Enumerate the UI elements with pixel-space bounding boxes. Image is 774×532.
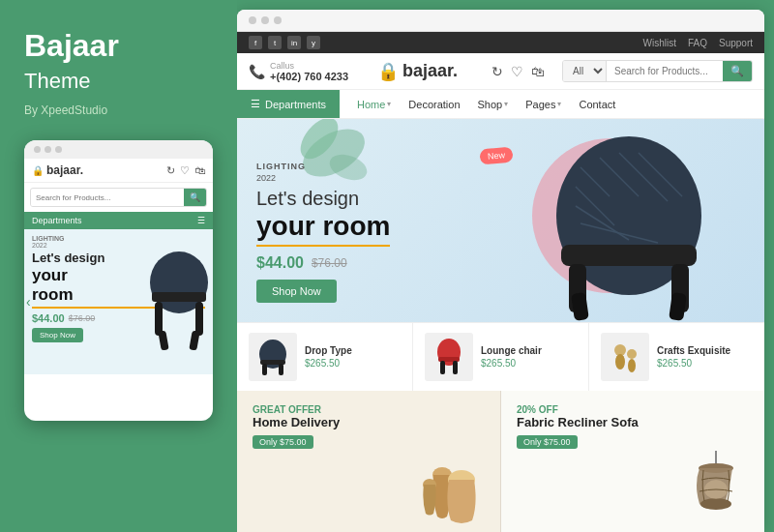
product-card-2-info: Lounge chair $265.50 <box>481 345 542 369</box>
svg-rect-14 <box>669 292 687 321</box>
svg-rect-25 <box>262 364 267 375</box>
mobile-chair-image <box>140 239 213 355</box>
logo-text: bajaar. <box>402 61 458 81</box>
hamburger-icon: ☰ <box>251 98 260 110</box>
svg-rect-2 <box>155 302 163 336</box>
hero-tag: LIGHTING 2022 <box>256 156 390 183</box>
nav-shop[interactable]: Shop ▾ <box>470 91 517 118</box>
search-category-select[interactable]: All <box>563 61 607 81</box>
mobile-hero: LIGHTING 2022 Let's design your room $44… <box>24 229 213 374</box>
bottom-banners: Great Offer Home Delivery Only $75.00 <box>237 391 764 532</box>
banner-home-delivery[interactable]: Great Offer Home Delivery Only $75.00 <box>237 391 501 532</box>
product-1-name: Drop Type <box>305 345 352 356</box>
svg-rect-32 <box>601 333 649 381</box>
banner-2-offer: 20% off <box>517 404 639 415</box>
left-panel: Bajaar Theme By XpeedStudio 🔒 bajaar. ↻ … <box>0 0 237 532</box>
svg-rect-10 <box>561 245 697 266</box>
product-2-name: Lounge chair <box>481 345 542 356</box>
hero-price: $44.00 <box>256 254 304 272</box>
nav-links: Home ▾ Decoration Shop ▾ Pages ▾ Contact <box>340 91 764 118</box>
banner-2-text: 20% off Fabric Recliner Sofa Only $75.00 <box>517 404 639 449</box>
by-line: By XpeedStudio <box>24 103 213 117</box>
support-link[interactable]: Support <box>719 38 753 48</box>
refresh-button[interactable]: ↻ <box>491 64 503 79</box>
phone-label: Callus <box>270 61 348 71</box>
mobile-refresh-icon: ↻ <box>166 164 175 177</box>
svg-rect-5 <box>189 331 199 351</box>
hero-title-strong: your room <box>256 210 390 247</box>
hero-content: LIGHTING 2022 Let's design your room $44… <box>237 136 409 322</box>
wishlist-button[interactable]: ♡ <box>511 64 523 79</box>
svg-rect-1 <box>152 292 206 302</box>
phone-number: +(402) 760 4233 <box>270 71 348 82</box>
nav-shop-arrow: ▾ <box>504 100 508 108</box>
product-3-name: Crafts Exquisite <box>657 345 730 356</box>
svg-point-36 <box>628 359 636 372</box>
browser-dot-1 <box>249 16 256 24</box>
facebook-icon[interactable]: f <box>249 36 262 49</box>
mobile-header-icons: ↻ ♡ 🛍 <box>166 164 205 177</box>
departments-button[interactable]: ☰ Departments <box>237 90 340 118</box>
new-badge: New <box>479 147 513 165</box>
banner-1-text: Great Offer Home Delivery Only $75.00 <box>253 404 340 449</box>
faq-link[interactable]: FAQ <box>688 38 707 48</box>
lock-icon: 🔒 <box>377 61 399 82</box>
browser-dot-3 <box>274 16 282 24</box>
hero-title: Let's design your room <box>256 187 390 247</box>
social-links: f t in y <box>249 36 320 49</box>
site-nav: ☰ Departments Home ▾ Decoration Shop ▾ P… <box>237 90 764 119</box>
nav-contact[interactable]: Contact <box>571 91 623 118</box>
product-card-1[interactable]: Drop Type $265.50 <box>237 323 413 391</box>
mobile-departments-bar[interactable]: Departments ☰ <box>24 212 213 229</box>
mobile-header: 🔒 bajaar. ↻ ♡ 🛍 <box>24 159 213 183</box>
cart-button[interactable]: 🛍 <box>531 64 545 79</box>
svg-point-35 <box>627 349 637 359</box>
search-button[interactable]: 🔍 <box>723 61 752 81</box>
mobile-cart-icon: 🛍 <box>194 164 205 177</box>
product-cards: Drop Type $265.50 Lounge chair $265.50 <box>237 322 764 391</box>
banner-recliner-sofa[interactable]: 20% off Fabric Recliner Sofa Only $75.00 <box>501 391 764 532</box>
mobile-shop-button[interactable]: Shop Now <box>32 328 83 342</box>
banner-1-tag[interactable]: Only $75.00 <box>253 435 313 449</box>
product-card-1-info: Drop Type $265.50 <box>305 345 352 369</box>
vase-image <box>408 451 495 532</box>
browser-chrome <box>237 10 764 32</box>
mobile-chevron-left-icon[interactable]: ‹ <box>26 294 31 310</box>
mobile-old-price: $76.00 <box>69 313 96 323</box>
hero-shop-button[interactable]: Shop Now <box>256 280 337 303</box>
search-input[interactable] <box>607 61 723 81</box>
nav-pages[interactable]: Pages ▾ <box>518 91 569 118</box>
banner-2-tag[interactable]: Only $75.00 <box>517 435 578 449</box>
brand-title: Bajaar <box>24 29 213 63</box>
phone-icon: 📞 <box>249 64 265 79</box>
mobile-dept-label: Departments <box>32 216 82 225</box>
hanging-chair-image <box>672 451 759 532</box>
product-card-3-image <box>601 333 649 381</box>
mobile-search-input[interactable] <box>31 190 184 206</box>
product-card-3[interactable]: Crafts Exquisite $265.50 <box>589 323 764 391</box>
browser-dot-2 <box>261 16 269 24</box>
product-3-price: $265.50 <box>657 358 730 369</box>
youtube-icon[interactable]: y <box>307 36 320 49</box>
nav-decoration[interactable]: Decoration <box>401 91 467 118</box>
twitter-icon[interactable]: t <box>268 36 282 49</box>
mobile-price: $44.00 <box>32 312 65 324</box>
nav-home[interactable]: Home ▾ <box>349 91 399 118</box>
hero-price-row: $44.00 $76.00 <box>256 254 390 272</box>
svg-rect-26 <box>279 364 283 375</box>
banner-2-title: Fabric Recliner Sofa <box>517 415 639 430</box>
mobile-search-bar[interactable]: 🔍 <box>30 188 207 207</box>
mobile-search-button[interactable]: 🔍 <box>184 189 206 206</box>
svg-rect-13 <box>571 292 589 321</box>
banner-1-title: Home Delivery <box>253 415 340 430</box>
product-card-2[interactable]: Lounge chair $265.50 <box>413 323 589 391</box>
hero-chair-image <box>522 129 735 322</box>
nav-home-arrow: ▾ <box>387 100 391 108</box>
mobile-mockup: 🔒 bajaar. ↻ ♡ 🛍 🔍 Departments ☰ LIGHTING… <box>24 140 213 421</box>
linkedin-icon[interactable]: in <box>287 36 301 49</box>
svg-point-42 <box>700 498 731 510</box>
mobile-menu-icon: ☰ <box>197 216 205 225</box>
search-form: All 🔍 <box>562 60 753 82</box>
product-card-3-info: Crafts Exquisite $265.50 <box>657 345 730 369</box>
wishlist-link[interactable]: Wishlist <box>643 38 676 48</box>
